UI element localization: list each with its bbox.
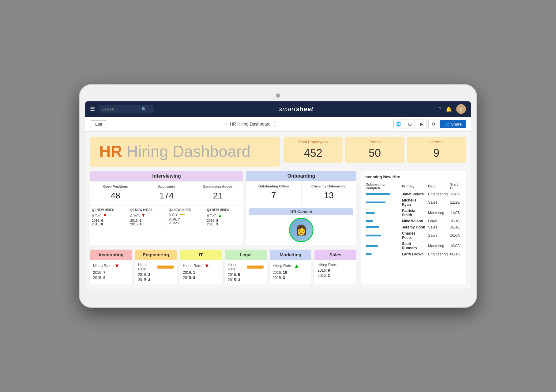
table-row: Jeremy CookSales10/18/: [364, 224, 462, 230]
outstanding-offers-label: Outstanding Offers: [248, 184, 299, 188]
interviewing-metrics-cols: Open Positions 48 Applicants 174 Candida…: [90, 181, 243, 205]
yoy-row: Δ YoY:: [169, 213, 203, 217]
table-row: Mike WilsonLegal10/10/: [364, 218, 462, 224]
globe-button[interactable]: 🌐: [393, 119, 403, 129]
dept-body: Hiring Rate: 2016: 3 2015: 4: [135, 260, 177, 285]
open-positions-col: Open Positions 48: [90, 182, 141, 205]
avatar[interactable]: U: [456, 104, 466, 114]
applicants-value: 174: [143, 191, 190, 201]
hire-date: 11/07/: [449, 208, 462, 218]
bell-icon[interactable]: 🔔: [446, 106, 452, 112]
hero-stats: Total Employees 452 Temps 50 Interns 9: [284, 137, 466, 166]
dept-stat-2015: 2015: 3: [228, 278, 264, 282]
hire-date: 10/03/: [449, 241, 462, 251]
dept-header: IT: [180, 250, 222, 260]
quarter-title: Q1 NEW HIRES: [92, 208, 126, 212]
onboarding-block: Onboarding Outstanding Offers 7 Currentl…: [246, 171, 356, 245]
hire-table-header: Dept: [427, 182, 449, 191]
quarter-col-1: Q1 NEW HIRES Δ YoY: ▼ 2016: 6 2015: 8: [90, 206, 128, 228]
currently-onboarding-value: 13: [303, 190, 355, 200]
settings-button[interactable]: ⚙: [428, 119, 438, 129]
dept-card-sales: Sales Hiring Rate: 2016: 9 2015: 3: [314, 250, 356, 285]
outstanding-offers-value: 7: [248, 190, 299, 200]
hiring-rate-row: Hiring Rate: ▲: [273, 263, 309, 269]
hire-name: Mike Wilson: [401, 218, 427, 224]
progress-bar: [366, 193, 390, 195]
year-2016-row: 2016: 7: [169, 217, 203, 221]
candidates-added-label: Candidates Added: [194, 185, 241, 188]
applicants-col: Applicants 174: [141, 182, 192, 205]
year-2015-row: 2015: 4: [130, 222, 164, 226]
right-panel: Incoming New Hire Onboarding CompletePri…: [361, 171, 466, 285]
onboarding-header: Onboarding: [246, 171, 356, 181]
hire-date: 10/18/: [449, 224, 462, 230]
progress-bar: [366, 253, 372, 255]
edit-button[interactable]: Edit: [90, 120, 107, 128]
interviewing-block: Interviewing Open Positions 48 Applicant…: [90, 171, 243, 245]
total-employees-card: Total Employees 452: [284, 137, 343, 163]
dept-body: Hiring Rate: ▲ 2016: 10 2015: 3: [270, 260, 312, 282]
dept-card-marketing: Marketing Hiring Rate: ▲ 2016: 10 2015: …: [270, 250, 312, 285]
device-camera: [276, 93, 280, 98]
hire-date: 08/15/: [449, 251, 462, 257]
dept-arrow-down: ▼: [204, 263, 210, 269]
hire-name: Jeremy Cook: [401, 224, 427, 230]
yoy-row: Δ YoY: ▼: [92, 213, 126, 218]
search-box[interactable]: 🔍: [99, 105, 154, 113]
hamburger-icon[interactable]: ☰: [90, 106, 95, 112]
hire-dept: Sales: [427, 230, 449, 241]
interns-value: 9: [412, 147, 461, 160]
hire-table-header: Onboarding Complete: [364, 182, 401, 191]
dashboard: HR Hiring Dashboard Total Employees 452 …: [85, 132, 471, 289]
dept-bar: [247, 266, 264, 269]
chart-button[interactable]: ⊞: [405, 119, 415, 129]
progress-bar-cell: [364, 191, 401, 197]
hire-dept: Marketing: [427, 241, 449, 251]
yoy-row: Δ YoY: ▼: [130, 213, 164, 218]
share-icon: 👥: [444, 122, 449, 126]
dept-header: Legal: [225, 250, 267, 260]
quarter-col-3: Q3 NEW HIRES Δ YoY: 2016: 7 2015: 7: [167, 206, 205, 228]
year-2016-row: 2016: 2: [130, 219, 164, 222]
hire-name: Larry Brown: [401, 251, 427, 257]
dept-stat-2015: 2015: 3: [273, 276, 309, 280]
toolbar: Edit ☆ HR Hiring Dashboard ⋮ 🌐 ⊞ ▶ ⚙ 👥 S…: [85, 117, 471, 132]
year-2015-row: 2015: 8: [92, 222, 126, 226]
hiring-rate-row: Hiring Rate: ▼: [93, 263, 129, 269]
star-icon[interactable]: ☆: [224, 122, 228, 126]
total-employees-label: Total Employees: [288, 140, 338, 144]
main-grid: Interviewing Open Positions 48 Applicant…: [90, 171, 466, 285]
help-icon[interactable]: ?: [439, 106, 441, 112]
search-input[interactable]: [102, 107, 141, 111]
total-employees-value: 452: [288, 147, 338, 160]
onboarding-metrics: Outstanding Offers 7 Currently Onboardin…: [246, 181, 356, 205]
page-title: HR Hiring Dashboard: [230, 122, 271, 126]
hire-name: Patricia Smith: [401, 208, 427, 218]
dept-card-accounting: Accounting Hiring Rate: ▼ 2016: 7 2015: …: [90, 250, 132, 285]
arrow-up-icon: ▲: [218, 213, 222, 218]
progress-bar-cell: [364, 208, 401, 218]
quarter-col-4: Q4 NEW HIRES Δ YoY: ▲ 2016: 8 2015: 3: [205, 206, 243, 228]
progress-bar: [366, 202, 385, 203]
progress-bar: [366, 245, 378, 247]
hire-dept: Engineering: [427, 191, 449, 197]
dept-stat-2016: 2016: 10: [273, 270, 309, 275]
hire-name: Scott Runners: [401, 241, 427, 251]
hire-date: 11/28/: [449, 197, 462, 208]
year-2016-row: 2016: 8: [207, 219, 241, 222]
hire-table-header: Start D: [449, 182, 462, 191]
more-icon[interactable]: ⋮: [272, 122, 277, 126]
candidates-added-value: 21: [194, 191, 241, 201]
dept-card-it: IT Hiring Rate: ▼ 2016: 1 2015: 8: [180, 250, 222, 285]
hr-contact-section: HR Contact 👩: [246, 205, 356, 245]
outstanding-offers-col: Outstanding Offers 7: [246, 181, 302, 205]
dept-stat-2015: 2015: 3: [317, 273, 353, 278]
hr-contact-avatar: 👩: [289, 218, 314, 242]
hire-dept: Legal: [427, 218, 449, 224]
present-button[interactable]: ▶: [417, 119, 426, 129]
nav-title: smartsheet: [154, 106, 439, 113]
open-positions-label: Open Positions: [92, 185, 139, 188]
yoy-row: Δ YoY: ▲: [207, 213, 241, 218]
share-button[interactable]: 👥 Share: [440, 120, 466, 128]
year-2016-row: 2016: 6: [92, 219, 126, 222]
